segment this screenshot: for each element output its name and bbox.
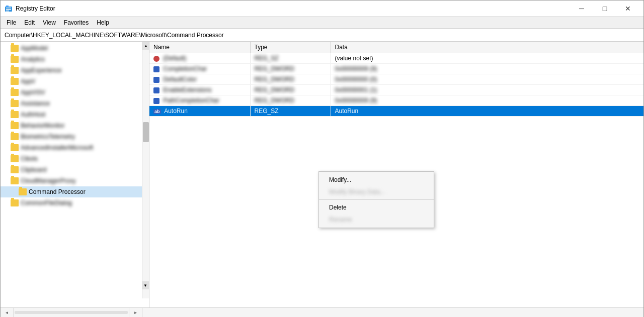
scroll-left-arrow[interactable]: ◄ [1,308,14,317]
autorun-name: AutoRun [164,108,188,115]
tree-item-label: CloudManagerProxy [21,177,75,184]
tree-panel: AppModel Analytics AppExperience AppV Ap… [1,42,149,307]
list-item[interactable]: Command Processor [1,186,149,197]
menu-view[interactable]: View [39,18,60,27]
window-controls: ─ □ ✕ [570,1,639,17]
folder-icon [11,89,19,96]
blurred-label: Modify Binary Data... [329,188,385,195]
table-row[interactable]: EnableExtensions REG_DWORD 0x00000001 (1… [149,85,643,95]
list-item[interactable]: BehaviorMonitor [1,120,149,131]
ctx-modify-label: Modify... [329,176,351,183]
menu-edit[interactable]: Edit [20,18,39,27]
list-item[interactable]: AppExperience [1,65,149,76]
vertical-scrollbar[interactable]: ▲ ▼ [142,42,149,298]
ctx-rename-label: Rename [329,216,352,223]
table-row[interactable]: (Default) REG_SZ (value not set) [149,53,643,64]
ctx-modify[interactable]: Modify... [319,174,434,186]
svg-rect-4 [6,11,9,12]
tree-item-label: Clipboard [21,166,46,173]
list-item[interactable]: AppModel [1,43,149,54]
list-item[interactable]: AuthHost [1,109,149,120]
reg-icon-blue [153,87,159,93]
list-item[interactable]: Clipboard [1,164,149,175]
tree-item-label: AppVISV [21,89,45,96]
tree-item-label: BehaviorMonitor [21,122,64,129]
folder-icon [11,133,19,140]
svg-rect-3 [6,9,11,10]
scroll-right-arrow[interactable]: ► [129,308,142,317]
registry-editor-window: Registry Editor ─ □ ✕ File Edit View Fav… [0,0,644,317]
tree-item-label: AuthHost [21,111,45,118]
cell-data: (value not set) [331,53,643,64]
reg-icon-ab: ab [153,109,161,114]
tree-item-label: Assistance [21,100,50,107]
tree-item-label: Cibots [21,155,38,162]
reg-icon-default [153,56,159,62]
tree-item-label: AdvancedInstallerMicrosoft [21,144,93,151]
window-title: Registry Editor [16,5,570,12]
address-path: Computer\HKEY_LOCAL_MACHINE\SOFTWARE\Mic… [5,32,224,39]
folder-icon [19,188,27,195]
registry-table: Name Type Data (Default) REG_SZ [149,42,643,117]
cell-name: CompletionChar [149,64,250,74]
folder-icon [11,144,19,151]
list-item[interactable]: CommonFileDialog [1,197,149,208]
folder-icon [11,155,19,162]
right-hscrollbar [142,308,643,317]
scroll-thumb[interactable] [143,122,149,142]
cell-type: REG_DWORD [250,64,331,74]
reg-icon-blue [153,98,159,104]
table-row[interactable]: DefaultColor REG_DWORD 0x00000000 (0) [149,74,643,85]
scroll-up-arrow[interactable]: ▲ [142,42,149,50]
list-item[interactable]: BiometricsTelemetry [1,131,149,142]
table-row[interactable]: ab AutoRun REG_SZ AutoRun [149,106,643,117]
cell-name: PathCompletionChar [149,95,250,106]
tree-item-label: AppModel [21,45,48,52]
maximize-button[interactable]: □ [593,1,616,17]
entry-name: DefaultColor [163,76,197,83]
folder-icon [11,45,19,52]
ctx-delete[interactable]: Delete [319,201,434,214]
cell-data: 0x00000009 (9) [331,64,643,74]
cell-name: DefaultColor [149,74,250,85]
table-row[interactable]: CompletionChar REG_DWORD 0x00000009 (9) [149,64,643,74]
h-scroll-track[interactable] [15,311,128,314]
column-type: Type [250,42,331,53]
entry-name: EnableExtensions [163,86,211,93]
menu-favorites[interactable]: Favorites [60,18,93,27]
list-item[interactable]: CloudManagerProxy [1,175,149,186]
cell-type: REG_DWORD [250,74,331,85]
close-button[interactable]: ✕ [616,1,639,17]
scroll-down-arrow[interactable]: ▼ [142,281,149,289]
folder-icon [11,67,19,74]
reg-icon-blue [153,77,159,83]
entry-name: PathCompletionChar [163,97,219,104]
entry-name: CompletionChar [163,65,207,72]
table-header-row: Name Type Data [149,42,643,53]
list-item[interactable]: Assistance [1,98,149,109]
cell-name: EnableExtensions [149,85,250,95]
cell-data: AutoRun [331,106,643,117]
cell-data: 0x00000001 (1) [331,85,643,95]
list-item[interactable]: Cibots [1,153,149,164]
minimize-button[interactable]: ─ [570,1,593,17]
cell-name: (Default) [149,53,250,64]
folder-icon [11,122,19,129]
menu-file[interactable]: File [3,18,20,27]
left-hscrollbar[interactable]: ◄ ► [1,308,142,317]
tree-item-label: AppV [21,78,35,85]
menu-help[interactable]: Help [93,18,113,27]
tree-scroll[interactable]: AppModel Analytics AppExperience AppV Ap… [1,42,149,307]
table-row[interactable]: PathCompletionChar REG_DWORD 0x00000009 … [149,95,643,106]
registry-icon [5,5,13,13]
list-item[interactable]: AdvancedInstallerMicrosoft [1,142,149,153]
list-item[interactable]: AppV [1,76,149,87]
list-item[interactable]: AppVISV [1,87,149,98]
cell-type: REG_SZ [250,106,331,117]
cell-type: REG_SZ [250,53,331,64]
column-data: Data [331,42,643,53]
list-item[interactable]: Analytics [1,54,149,65]
tree-item-label: Command Processor [29,188,86,195]
folder-icon [11,199,19,206]
ctx-modify-binary-label: Modify Binary Data... [329,188,385,195]
